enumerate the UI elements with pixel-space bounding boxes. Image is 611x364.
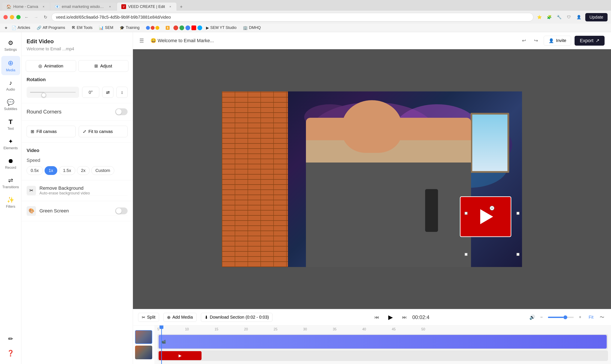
zoom-in-button[interactable]: + [576,313,584,321]
youtube-overlay[interactable] [460,196,511,237]
remove-bg-row[interactable]: ✂ Remove Background Auto-erase backgroun… [27,185,127,196]
bookmark-training[interactable]: 🎓 Training [117,25,142,31]
browser-toolbar: ← → ↻ veed.io/edit/65c9aa6d-78c5-4d5b-9b… [0,11,611,24]
sidebar-item-pencil[interactable]: ✏ [1,332,20,345]
forward-button[interactable]: → [33,14,40,21]
update-button[interactable]: Update [585,13,608,21]
speed-2x[interactable]: 2x [77,166,90,175]
waveform-button[interactable]: 〜 [598,313,606,321]
tab-close[interactable]: × [108,5,112,9]
tab-canva[interactable]: 🏠 Home - Canva × [2,2,50,11]
sidebar-item-subtitles[interactable]: 💬 Subtitles [1,96,20,114]
speed-custom[interactable]: Custom [91,166,114,175]
split-button[interactable]: ✂ Split [138,313,159,322]
refresh-button[interactable]: ↻ [42,14,49,21]
zoom-out-button[interactable]: − [538,313,545,321]
tab-email[interactable]: 📧 email marketing wisdom vide... × [51,2,116,11]
selection-handle-tr[interactable] [516,212,519,215]
timeline-cursor[interactable] [161,325,162,364]
skip-forward-button[interactable]: ⏭ [400,313,409,322]
bookmark-currency[interactable]: $ [163,25,172,31]
track-clip-1[interactable]: 📹 [159,335,607,349]
add-media-button[interactable]: ⊕ Add Media [163,313,197,322]
play-controls: ⏮ ▶ ⏭ 00:02:4 [277,311,525,324]
extension-icon-3[interactable]: 🛡 [566,14,572,21]
rotation-handle[interactable] [490,206,494,210]
pencil-icon: ✏ [8,335,13,342]
bookmark-sem2[interactable] [143,25,162,31]
redo-button[interactable]: ↪ [532,36,540,45]
sidebar-item-audio[interactable]: ♪ Audio [1,77,20,94]
sidebar-item-help[interactable]: ❓ [1,347,20,360]
bookmark-favicon: 📊 [99,26,104,30]
round-corners-row: Round Corners [27,108,127,115]
slider-thumb[interactable] [41,93,46,97]
selection-handle-tl[interactable] [465,212,468,215]
bookmark-dmhq[interactable]: 🏢 DMHQ [240,25,263,31]
split-icon: ✂ [142,315,145,320]
play-button[interactable]: ▶ [384,311,397,324]
tab-adjust[interactable]: ⊞ Adjust [78,60,129,72]
zoom-slider-container[interactable] [548,317,574,318]
back-button[interactable]: ← [23,14,30,21]
speed-1-5x[interactable]: 1.5x [59,166,75,175]
sidebar-item-text[interactable]: T Text [1,115,20,134]
hamburger-menu[interactable]: ☰ [139,38,144,44]
bookmark-icon[interactable]: ⭐ [536,14,543,21]
traffic-light-red[interactable] [3,15,8,19]
speed-0-5x[interactable]: 0.5x [27,166,43,175]
flip-horizontal-button[interactable]: ⇄ [102,87,113,98]
extension-icon-2[interactable]: 🔧 [556,14,563,21]
sidebar-item-elements[interactable]: ✦ Elements [1,135,20,153]
sidebar-item-media[interactable]: ⊕ Media [1,56,20,75]
bookmark-em-tools[interactable]: 🛠 EM Tools [69,25,95,31]
traffic-light-green[interactable] [16,15,21,19]
sidebar-item-settings[interactable]: ⚙ Settings [1,36,20,55]
export-button[interactable]: Export ↗ [575,36,605,46]
sidebar-item-filters[interactable]: ✨ Filters [1,193,20,211]
volume-button[interactable]: 🔊 [529,314,535,320]
green-screen-toggle[interactable] [115,208,127,214]
bookmark-aff-programs[interactable]: 🔗 Aff Programs [34,25,68,31]
track-thumb-1[interactable] [135,330,152,344]
tab-label: VEED CREATE | Edit [128,4,165,9]
tab-close[interactable]: × [168,5,172,9]
green-screen-row[interactable]: 🎨 Green Screen [27,206,127,216]
traffic-light-yellow[interactable] [10,15,14,19]
fit-to-canvas-button[interactable]: ⤢ Fit to canvas [79,126,128,137]
download-section-button[interactable]: ⬇ Download Section (0:02 - 0:03) [201,313,273,322]
selection-handle-bl[interactable] [465,253,468,256]
zoom-thumb[interactable] [563,315,567,319]
bookmark-sem-yt[interactable]: ▶ SEM YT Studio [203,25,239,31]
flip-vertical-button[interactable]: ↕ [116,87,127,98]
speed-1x[interactable]: 1x [45,166,57,175]
bookmark-articles[interactable]: 📄 Articles [9,25,33,31]
slider-track [30,92,76,93]
new-tab-button[interactable]: + [177,3,185,11]
extension-icon-1[interactable]: 🧩 [546,14,553,21]
bookmark-sem[interactable]: 📊 SEM [96,25,116,31]
edit-panel-header: Edit Video Welcome to Email ...mp4 [21,32,133,56]
sidebar-item-transitions[interactable]: ⇌ Transitions [1,174,20,192]
tab-animation[interactable]: ◎ Animation [26,60,76,72]
fill-canvas-button[interactable]: ⊞ Fill canvas [27,126,76,137]
rotation-control: 0° ⇄ ↕ [27,87,127,98]
rotation-slider-container[interactable] [27,87,79,98]
bookmark-label: Aff Programs [43,26,65,30]
skip-back-button[interactable]: ⏮ [372,313,381,322]
address-bar[interactable]: veed.io/edit/65c9aa6d-78c5-4d5b-9b9f-b9b… [52,13,533,21]
rotation-value: 0° [82,87,99,98]
track-thumb-2[interactable] [135,346,152,359]
profile-icon[interactable]: 👤 [575,14,582,21]
sidebar-item-record[interactable]: ⏺ Record [1,154,20,173]
undo-button[interactable]: ↩ [520,36,528,45]
tab-veed[interactable]: V VEED CREATE | Edit × [117,2,176,11]
track-clip-2[interactable]: ▶ [159,351,202,360]
fit-button[interactable]: Fit [586,314,596,321]
round-corners-toggle[interactable] [115,108,127,115]
invite-button[interactable]: 👤 Invite [544,36,571,46]
selection-handle-br[interactable] [516,253,519,256]
address-text: veed.io/edit/65c9aa6d-78c5-4d5b-9b9f-b9b… [56,15,171,20]
tab-close[interactable]: × [42,5,45,9]
youtube-overlay-container[interactable] [466,213,518,254]
